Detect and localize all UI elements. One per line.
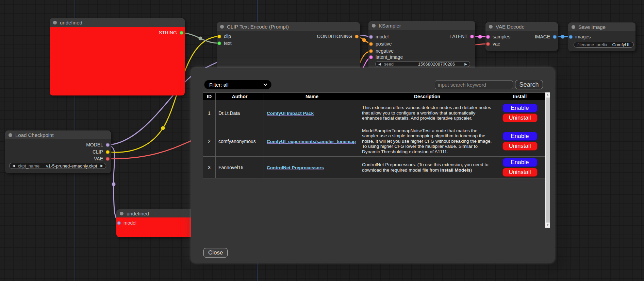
collapse-dot-icon[interactable]: [489, 25, 493, 29]
uninstall-button[interactable]: Uninstall: [502, 168, 538, 177]
node-title-bar[interactable]: Save Image: [568, 22, 635, 31]
node-title: Load Checkpoint: [15, 132, 54, 138]
node-title: Save Image: [578, 24, 606, 30]
output-slot-image[interactable]: IMAGE: [535, 33, 557, 40]
input-slot-negative[interactable]: negative: [369, 48, 394, 54]
slot-dot-icon[interactable]: [217, 35, 221, 38]
extension-link[interactable]: ComfyUI_experiments/sampler_tonemap: [267, 139, 356, 144]
node-title-bar[interactable]: VAE Decode: [485, 22, 558, 31]
collapse-dot-icon[interactable]: [9, 133, 12, 137]
slot-dot-icon[interactable]: [486, 35, 490, 39]
comfyui-canvas[interactable]: { "icons": { "left_arrow": "◀", "right_a…: [0, 0, 644, 281]
cell-install: Enable Uninstall: [494, 100, 546, 126]
ckpt-name-widget[interactable]: ◀ ckpt_name v1-5-pruned-emaonly.ckpt ▶: [9, 163, 106, 169]
node-body: [50, 27, 185, 95]
enable-button[interactable]: Enable: [502, 132, 538, 141]
extension-link[interactable]: ControlNet Preprocessors: [267, 165, 324, 170]
uninstall-button[interactable]: Uninstall: [502, 113, 538, 122]
output-slot-conditioning[interactable]: CONDITIONING: [317, 33, 359, 40]
node-title-bar[interactable]: Load Checkpoint: [5, 130, 111, 139]
slot-dot-icon[interactable]: [553, 35, 557, 39]
search-button[interactable]: Search: [515, 80, 543, 89]
manager-dialog: Filter: all Search ID Author Name Descri…: [191, 68, 555, 263]
column-header-author: Author: [216, 93, 264, 100]
enable-button[interactable]: Enable: [502, 158, 538, 167]
cell-install: Enable Uninstall: [494, 126, 546, 157]
scroll-down-icon[interactable]: ▼: [545, 223, 550, 228]
collapse-dot-icon[interactable]: [120, 212, 123, 215]
input-slot-text[interactable]: text: [217, 40, 232, 47]
input-slot-clip[interactable]: clip: [217, 33, 231, 40]
output-slot-vae[interactable]: VAE: [94, 155, 110, 162]
node-title-bar[interactable]: undefined: [50, 18, 185, 27]
slot-dot-icon[interactable]: [569, 35, 573, 39]
table-row: 2 comfyanonymous ComfyUI_experiments/sam…: [203, 126, 546, 157]
slot-dot-icon[interactable]: [106, 143, 110, 147]
cell-id: 2: [203, 126, 216, 157]
extension-link[interactable]: ComfyUI Impact Pack: [267, 111, 314, 116]
next-arrow-icon[interactable]: ▶: [100, 164, 103, 168]
cell-name: ComfyUI Impact Pack: [264, 100, 360, 126]
scroll-up-icon[interactable]: ▲: [545, 92, 550, 97]
slot-dot-icon[interactable]: [486, 42, 490, 46]
node-title: VAE Decode: [496, 24, 525, 30]
cell-id: 1: [203, 100, 216, 126]
search-input[interactable]: [435, 81, 513, 89]
enable-button[interactable]: Enable: [502, 104, 538, 112]
slot-dot-icon[interactable]: [217, 41, 221, 45]
collapse-dot-icon[interactable]: [220, 25, 224, 29]
table-scrollbar[interactable]: ▲ ▼: [545, 92, 550, 228]
slot-dot-icon[interactable]: [369, 55, 373, 59]
input-slot-vae[interactable]: vae: [486, 40, 500, 47]
slot-dot-icon[interactable]: [117, 221, 121, 225]
node-ksampler[interactable]: KSampler model positive negative latent_…: [368, 21, 475, 71]
cell-name: ComfyUI_experiments/sampler_tonemap: [264, 126, 360, 157]
cell-author: Dr.Lt.Data: [216, 100, 264, 126]
input-slot-latent-image[interactable]: latent_image: [369, 54, 403, 60]
output-slot-model[interactable]: MODEL: [86, 141, 110, 148]
cell-author: comfyanonymous: [216, 126, 264, 157]
column-header-description: Description: [360, 93, 494, 100]
output-slot-clip[interactable]: CLIP: [93, 148, 110, 155]
collapse-dot-icon[interactable]: [372, 24, 376, 28]
node-title-bar[interactable]: CLIP Text Encode (Prompt): [217, 22, 360, 31]
table-header-row: ID Author Name Description Install: [203, 93, 546, 100]
seed-widget[interactable]: ◀ seed 156680208700286 ▶: [375, 61, 470, 67]
table-row: 1 Dr.Lt.Data ComfyUI Impact Pack This ex…: [203, 100, 546, 126]
increment-arrow-icon[interactable]: ▶: [464, 63, 467, 66]
prev-arrow-icon[interactable]: ◀: [12, 164, 15, 168]
filename-prefix-widget[interactable]: filename_prefix ComfyUI: [574, 42, 634, 48]
node-save-image[interactable]: Save Image images filename_prefix ComfyU…: [568, 22, 635, 51]
node-vae-decode[interactable]: VAE Decode samples vae IMAGE: [485, 22, 558, 51]
collapse-dot-icon[interactable]: [53, 21, 57, 24]
cell-description: ModelSamplerTonemapNoiseTest a node that…: [360, 126, 494, 157]
column-header-id: ID: [203, 93, 216, 100]
input-slot-model[interactable]: model: [117, 219, 136, 226]
filter-select[interactable]: Filter: all: [204, 80, 271, 89]
slot-dot-icon[interactable]: [369, 42, 373, 46]
output-slot-string[interactable]: STRING: [159, 29, 183, 36]
uninstall-button[interactable]: Uninstall: [502, 142, 538, 151]
slot-dot-icon[interactable]: [106, 150, 110, 154]
input-slot-model[interactable]: model: [369, 33, 389, 40]
cell-name: ControlNet Preprocessors: [264, 157, 360, 178]
slot-dot-icon[interactable]: [180, 31, 183, 35]
slot-dot-icon[interactable]: [355, 35, 359, 38]
decrement-arrow-icon[interactable]: ◀: [378, 63, 381, 66]
node-load-checkpoint[interactable]: Load Checkpoint MODEL CLIP VAE ◀ ckpt_na…: [5, 130, 111, 173]
slot-dot-icon[interactable]: [106, 157, 110, 161]
node-title: undefined: [127, 211, 149, 216]
close-button[interactable]: Close: [203, 248, 228, 258]
input-slot-samples[interactable]: samples: [486, 33, 510, 40]
node-undefined-string[interactable]: undefined STRING: [50, 18, 185, 95]
slot-dot-icon[interactable]: [369, 35, 373, 39]
column-header-install: Install: [494, 93, 546, 100]
output-slot-latent[interactable]: LATENT: [449, 33, 474, 40]
scrollbar-thumb[interactable]: [546, 98, 550, 223]
input-slot-images[interactable]: images: [569, 33, 591, 40]
slot-dot-icon[interactable]: [470, 35, 474, 38]
input-slot-positive[interactable]: positive: [369, 40, 392, 47]
slot-dot-icon[interactable]: [369, 49, 373, 53]
node-title-bar[interactable]: KSampler: [368, 21, 475, 30]
collapse-dot-icon[interactable]: [572, 25, 575, 29]
